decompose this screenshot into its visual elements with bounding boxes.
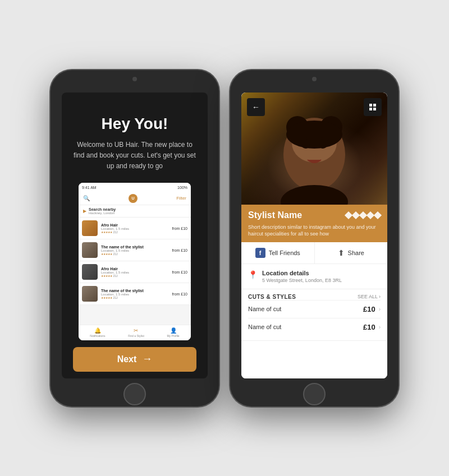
share-label: Share xyxy=(348,249,364,256)
svg-rect-10 xyxy=(369,108,372,110)
mini-item-info: The name of the stylist Location, 1.5 mi… xyxy=(101,245,168,256)
mini-nav-profile: 👤 My Profile xyxy=(167,327,179,338)
mini-item-stars: ★★★★★ 212 xyxy=(101,296,168,299)
bell-icon: 🔔 xyxy=(94,327,101,334)
mini-logo: U xyxy=(129,194,138,203)
mini-nav-label: My Profile xyxy=(167,334,179,338)
svg-point-7 xyxy=(281,185,348,205)
location-address: 5 Westgate Street, London, E8 3RL xyxy=(262,278,381,283)
phone-2-screen: ← Stylist Name xyxy=(241,93,387,378)
next-button-container: Next → xyxy=(62,340,208,378)
phone-1-screen: Hey You! Welcome to UB Hair. The new pla… xyxy=(62,93,208,378)
welcome-title: Hey You! xyxy=(73,115,196,133)
mini-status-bar: 9:41 AM 100% xyxy=(79,183,191,192)
rating-diamond xyxy=(374,211,382,219)
next-arrow-icon: → xyxy=(142,353,152,365)
mini-avatar xyxy=(82,242,98,258)
stylist-name: Stylist Name xyxy=(248,210,302,220)
mini-location-bar: ▶ Search nearby Hackney, London xyxy=(79,205,191,218)
cut-name: Name of cut xyxy=(248,324,281,330)
svg-point-6 xyxy=(319,143,327,149)
cuts-section: CUTS & STYLES SEE ALL › Name of cut £10 … xyxy=(241,289,387,341)
cuts-label: CUTS & STYLES xyxy=(248,294,296,300)
list-item: Afro Hair Location, 1.5 miles ★★★★★ 212 … xyxy=(79,261,191,283)
cut-price-row: £10 › xyxy=(363,323,381,331)
mini-location-place: Hackney, London xyxy=(89,211,116,215)
mini-item-title: Afro Hair xyxy=(101,223,168,227)
svg-rect-11 xyxy=(373,108,376,110)
cut-price: £10 xyxy=(363,323,375,331)
mini-battery: 100% xyxy=(177,186,187,190)
phone-1-home-button[interactable] xyxy=(123,383,146,405)
phone-2: ← Stylist Name xyxy=(230,70,398,406)
mini-bottom-nav: 🔔 Notifications ✂ Find a Stylist 👤 My Pr… xyxy=(79,325,191,340)
mini-filter-label: Filter xyxy=(176,196,186,201)
mini-search-icon: 🔍 xyxy=(83,195,90,201)
cut-price-row: £10 › xyxy=(363,305,381,313)
chevron-right-icon: › xyxy=(379,306,381,312)
tell-friends-label: Tell Friends xyxy=(269,249,300,256)
mini-nav-bar: 🔍 U Filter xyxy=(79,192,191,205)
next-button-label: Next xyxy=(117,354,137,364)
mini-avatar xyxy=(82,220,98,236)
stylist-bio: Short description similar to instagram a… xyxy=(248,224,381,238)
mini-avatar xyxy=(82,286,98,302)
mini-app-preview: 9:41 AM 100% 🔍 U Filter ▶ Search nearby … xyxy=(79,183,191,340)
mini-item-title: Afro Hair xyxy=(101,267,168,271)
mini-nav-label: Find a Stylist xyxy=(128,334,144,338)
tell-friends-button[interactable]: f Tell Friends xyxy=(241,242,315,264)
mini-item-title: The name of the stylist xyxy=(101,245,168,249)
mini-item-price: from £10 xyxy=(172,292,187,296)
stylist-actions: f Tell Friends ⬆ Share xyxy=(241,242,387,264)
share-button[interactable]: ⬆ Share xyxy=(315,242,388,264)
mini-nav-notifications: 🔔 Notifications xyxy=(90,327,105,338)
stylist-hero: ← xyxy=(241,93,387,205)
location-info: Location details 5 Westgate Street, Lond… xyxy=(262,270,381,283)
grid-icon xyxy=(369,103,377,111)
welcome-top: Hey You! Welcome to UB Hair. The new pla… xyxy=(62,93,208,183)
list-item: Afro Hair Location, 1.5 miles ★★★★★ 212 … xyxy=(79,218,191,239)
phone-1: Hey You! Welcome to UB Hair. The new pla… xyxy=(51,70,219,406)
back-button[interactable]: ← xyxy=(247,98,265,116)
welcome-subtitle: Welcome to UB Hair. The new place to fin… xyxy=(73,140,196,172)
see-all-chevron: › xyxy=(379,294,381,299)
mini-item-stars: ★★★★★ 212 xyxy=(101,274,168,278)
cut-name: Name of cut xyxy=(248,306,281,312)
next-button[interactable]: Next → xyxy=(73,347,196,372)
location-pin-icon: 📍 xyxy=(248,270,258,279)
scissors-icon: ✂ xyxy=(134,327,138,334)
stylist-profile-screen: ← Stylist Name xyxy=(241,93,387,378)
cut-price: £10 xyxy=(363,305,375,313)
see-all-label: SEE ALL xyxy=(358,294,378,299)
stylist-name-row: Stylist Name xyxy=(248,210,381,220)
cut-item[interactable]: Name of cut £10 › xyxy=(248,318,381,336)
svg-point-4 xyxy=(286,121,342,149)
see-all-button[interactable]: SEE ALL › xyxy=(358,294,381,299)
mini-item-stars: ★★★★★ 212 xyxy=(101,252,168,256)
chevron-right-icon: › xyxy=(379,324,381,330)
svg-point-5 xyxy=(302,143,310,149)
grid-button[interactable] xyxy=(364,98,382,116)
facebook-icon: f xyxy=(255,248,265,258)
mini-item-info: Afro Hair Location, 1.5 miles ★★★★★ 212 xyxy=(101,223,168,234)
stylist-rating xyxy=(346,212,381,218)
mini-nav-stylist: ✂ Find a Stylist xyxy=(128,327,144,338)
svg-rect-8 xyxy=(369,104,372,107)
location-title: Location details xyxy=(262,270,381,276)
mini-item-title: The name of the stylist xyxy=(101,289,168,293)
mini-list: Afro Hair Location, 1.5 miles ★★★★★ 212 … xyxy=(79,218,191,324)
cut-item[interactable]: Name of cut £10 › xyxy=(248,300,381,318)
svg-rect-9 xyxy=(373,104,376,107)
phone-2-home-button[interactable] xyxy=(303,383,326,405)
mini-item-price: from £10 xyxy=(172,227,187,230)
mini-time: 9:41 AM xyxy=(82,186,97,190)
mini-item-price: from £10 xyxy=(172,248,187,252)
mini-nav-label: Notifications xyxy=(90,334,105,338)
mini-item-stars: ★★★★★ 212 xyxy=(101,230,168,234)
phones-container: Hey You! Welcome to UB Hair. The new pla… xyxy=(39,59,410,418)
share-icon: ⬆ xyxy=(338,248,345,257)
mini-location-icon: ▶ xyxy=(83,209,86,214)
location-section: 📍 Location details 5 Westgate Street, Lo… xyxy=(241,264,387,289)
mini-search-nearby: Search nearby xyxy=(89,207,116,211)
mini-item-info: The name of the stylist Location, 1.5 mi… xyxy=(101,289,168,299)
